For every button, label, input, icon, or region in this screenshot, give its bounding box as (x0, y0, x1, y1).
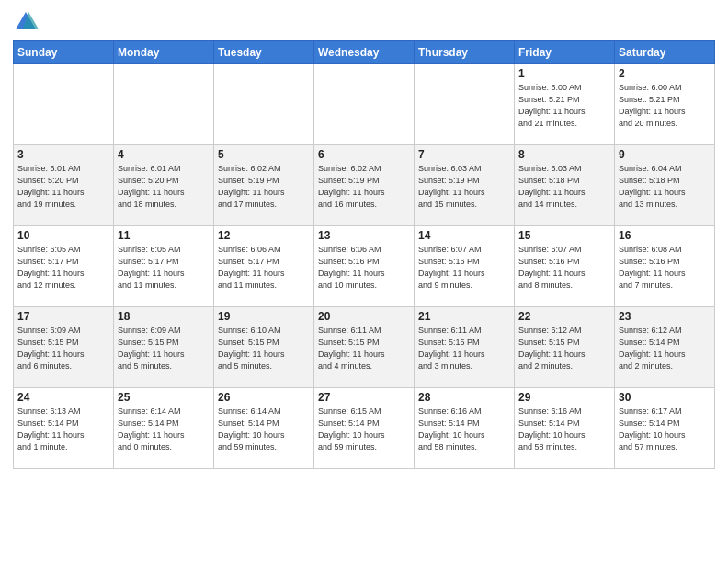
day-number: 14 (418, 229, 510, 242)
day-number: 1 (518, 67, 610, 80)
day-number: 28 (418, 391, 510, 404)
day-number: 17 (17, 310, 109, 323)
day-number: 11 (118, 229, 210, 242)
week-row-4: 17Sunrise: 6:09 AM Sunset: 5:15 PM Dayli… (14, 307, 715, 388)
day-cell: 5Sunrise: 6:02 AM Sunset: 5:19 PM Daylig… (214, 145, 314, 226)
day-info: Sunrise: 6:03 AM Sunset: 5:18 PM Dayligh… (518, 163, 610, 211)
day-info: Sunrise: 6:05 AM Sunset: 5:17 PM Dayligh… (118, 244, 210, 292)
day-cell: 12Sunrise: 6:06 AM Sunset: 5:17 PM Dayli… (214, 226, 314, 307)
logo (13, 9, 42, 35)
day-cell: 11Sunrise: 6:05 AM Sunset: 5:17 PM Dayli… (114, 226, 214, 307)
day-number: 6 (318, 148, 410, 161)
day-cell: 20Sunrise: 6:11 AM Sunset: 5:15 PM Dayli… (314, 307, 415, 388)
week-row-5: 24Sunrise: 6:13 AM Sunset: 5:14 PM Dayli… (14, 388, 715, 469)
day-info: Sunrise: 6:16 AM Sunset: 5:14 PM Dayligh… (418, 406, 510, 454)
day-number: 10 (17, 229, 109, 242)
day-info: Sunrise: 6:12 AM Sunset: 5:14 PM Dayligh… (619, 325, 711, 373)
day-cell: 24Sunrise: 6:13 AM Sunset: 5:14 PM Dayli… (14, 388, 114, 469)
week-row-1: 1Sunrise: 6:00 AM Sunset: 5:21 PM Daylig… (14, 64, 715, 145)
day-cell: 28Sunrise: 6:16 AM Sunset: 5:14 PM Dayli… (415, 388, 515, 469)
day-info: Sunrise: 6:09 AM Sunset: 5:15 PM Dayligh… (17, 325, 109, 373)
day-cell: 16Sunrise: 6:08 AM Sunset: 5:16 PM Dayli… (615, 226, 715, 307)
calendar: SundayMondayTuesdayWednesdayThursdayFrid… (13, 40, 715, 469)
day-cell: 17Sunrise: 6:09 AM Sunset: 5:15 PM Dayli… (14, 307, 114, 388)
day-info: Sunrise: 6:06 AM Sunset: 5:17 PM Dayligh… (218, 244, 310, 292)
day-cell: 9Sunrise: 6:04 AM Sunset: 5:18 PM Daylig… (615, 145, 715, 226)
day-info: Sunrise: 6:10 AM Sunset: 5:15 PM Dayligh… (218, 325, 310, 373)
day-info: Sunrise: 6:15 AM Sunset: 5:14 PM Dayligh… (318, 406, 410, 454)
day-number: 16 (619, 229, 711, 242)
day-number: 18 (118, 310, 210, 323)
day-number: 15 (518, 229, 610, 242)
day-cell: 22Sunrise: 6:12 AM Sunset: 5:15 PM Dayli… (515, 307, 615, 388)
day-header-thursday: Thursday (415, 41, 515, 64)
day-number: 23 (619, 310, 711, 323)
day-cell: 18Sunrise: 6:09 AM Sunset: 5:15 PM Dayli… (114, 307, 214, 388)
calendar-header-row: SundayMondayTuesdayWednesdayThursdayFrid… (14, 41, 715, 64)
day-cell: 25Sunrise: 6:14 AM Sunset: 5:14 PM Dayli… (114, 388, 214, 469)
day-info: Sunrise: 6:07 AM Sunset: 5:16 PM Dayligh… (418, 244, 510, 292)
day-cell (14, 64, 114, 145)
day-cell: 29Sunrise: 6:16 AM Sunset: 5:14 PM Dayli… (515, 388, 615, 469)
day-info: Sunrise: 6:07 AM Sunset: 5:16 PM Dayligh… (518, 244, 610, 292)
day-cell: 6Sunrise: 6:02 AM Sunset: 5:19 PM Daylig… (314, 145, 415, 226)
day-header-tuesday: Tuesday (214, 41, 314, 64)
day-number: 13 (318, 229, 410, 242)
day-cell: 13Sunrise: 6:06 AM Sunset: 5:16 PM Dayli… (314, 226, 415, 307)
day-number: 26 (218, 391, 310, 404)
day-info: Sunrise: 6:00 AM Sunset: 5:21 PM Dayligh… (518, 82, 610, 130)
day-cell (214, 64, 314, 145)
day-number: 7 (418, 148, 510, 161)
day-cell: 21Sunrise: 6:11 AM Sunset: 5:15 PM Dayli… (415, 307, 515, 388)
day-cell: 1Sunrise: 6:00 AM Sunset: 5:21 PM Daylig… (515, 64, 615, 145)
day-cell: 10Sunrise: 6:05 AM Sunset: 5:17 PM Dayli… (14, 226, 114, 307)
day-info: Sunrise: 6:08 AM Sunset: 5:16 PM Dayligh… (619, 244, 711, 292)
day-number: 4 (118, 148, 210, 161)
day-cell (314, 64, 415, 145)
day-number: 25 (118, 391, 210, 404)
day-number: 22 (518, 310, 610, 323)
day-number: 5 (218, 148, 310, 161)
day-info: Sunrise: 6:06 AM Sunset: 5:16 PM Dayligh… (318, 244, 410, 292)
day-info: Sunrise: 6:17 AM Sunset: 5:14 PM Dayligh… (619, 406, 711, 454)
day-cell (114, 64, 214, 145)
day-cell: 19Sunrise: 6:10 AM Sunset: 5:15 PM Dayli… (214, 307, 314, 388)
day-number: 30 (619, 391, 711, 404)
week-row-2: 3Sunrise: 6:01 AM Sunset: 5:20 PM Daylig… (14, 145, 715, 226)
day-number: 8 (518, 148, 610, 161)
day-info: Sunrise: 6:09 AM Sunset: 5:15 PM Dayligh… (118, 325, 210, 373)
day-info: Sunrise: 6:03 AM Sunset: 5:19 PM Dayligh… (418, 163, 510, 211)
day-info: Sunrise: 6:16 AM Sunset: 5:14 PM Dayligh… (518, 406, 610, 454)
day-info: Sunrise: 6:14 AM Sunset: 5:14 PM Dayligh… (218, 406, 310, 454)
header (13, 9, 715, 35)
day-cell: 4Sunrise: 6:01 AM Sunset: 5:20 PM Daylig… (114, 145, 214, 226)
day-number: 29 (518, 391, 610, 404)
day-header-wednesday: Wednesday (314, 41, 415, 64)
day-number: 2 (619, 67, 711, 80)
day-info: Sunrise: 6:02 AM Sunset: 5:19 PM Dayligh… (218, 163, 310, 211)
day-header-monday: Monday (114, 41, 214, 64)
logo-icon (13, 9, 39, 35)
day-header-saturday: Saturday (615, 41, 715, 64)
day-cell: 26Sunrise: 6:14 AM Sunset: 5:14 PM Dayli… (214, 388, 314, 469)
day-number: 20 (318, 310, 410, 323)
day-cell: 2Sunrise: 6:00 AM Sunset: 5:21 PM Daylig… (615, 64, 715, 145)
day-info: Sunrise: 6:12 AM Sunset: 5:15 PM Dayligh… (518, 325, 610, 373)
page: SundayMondayTuesdayWednesdayThursdayFrid… (0, 0, 728, 563)
day-info: Sunrise: 6:14 AM Sunset: 5:14 PM Dayligh… (118, 406, 210, 454)
week-row-3: 10Sunrise: 6:05 AM Sunset: 5:17 PM Dayli… (14, 226, 715, 307)
day-info: Sunrise: 6:01 AM Sunset: 5:20 PM Dayligh… (17, 163, 109, 211)
day-cell: 30Sunrise: 6:17 AM Sunset: 5:14 PM Dayli… (615, 388, 715, 469)
day-cell (415, 64, 515, 145)
day-header-friday: Friday (515, 41, 615, 64)
day-number: 19 (218, 310, 310, 323)
day-number: 3 (17, 148, 109, 161)
day-cell: 14Sunrise: 6:07 AM Sunset: 5:16 PM Dayli… (415, 226, 515, 307)
day-number: 9 (619, 148, 711, 161)
day-info: Sunrise: 6:13 AM Sunset: 5:14 PM Dayligh… (17, 406, 109, 454)
day-number: 24 (17, 391, 109, 404)
day-header-sunday: Sunday (14, 41, 114, 64)
day-cell: 3Sunrise: 6:01 AM Sunset: 5:20 PM Daylig… (14, 145, 114, 226)
day-number: 12 (218, 229, 310, 242)
day-info: Sunrise: 6:05 AM Sunset: 5:17 PM Dayligh… (17, 244, 109, 292)
